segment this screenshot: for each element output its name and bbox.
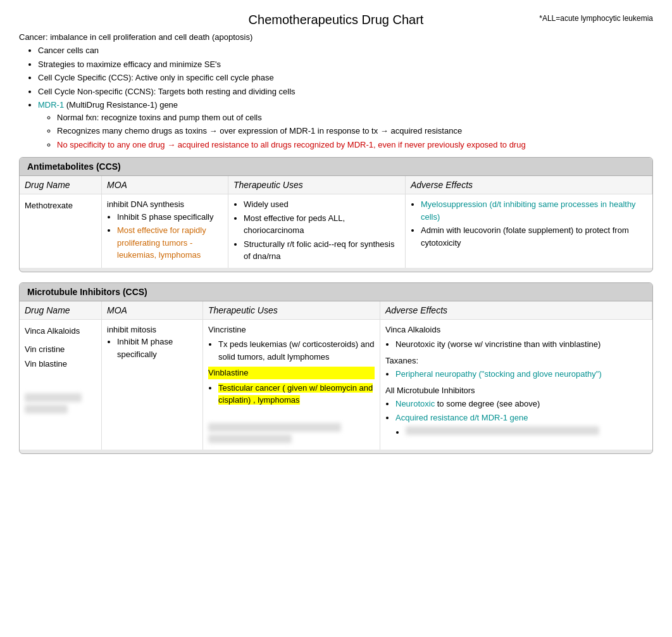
- adverse-sub4: [406, 426, 647, 439]
- adverse-all-neurotoxic: Neurotoxic to some degree (see above): [395, 398, 647, 410]
- sub-normal-fxn: Normal fxn: recognize toxins and pump th…: [57, 111, 653, 124]
- micro-col-moa-header: MOA: [102, 301, 203, 320]
- footnote: *ALL=acute lymphocytic leukemia: [539, 14, 653, 23]
- micro-col-drug-header: Drug Name: [20, 301, 102, 320]
- moa-methotrexate: inhibit DNA synthesis Inhibit S phase sp…: [102, 194, 228, 268]
- drug-name-methotrexate: Methotrexate: [20, 194, 102, 268]
- adverse-leucovorin: Admin with leucovorin (folate supplement…: [421, 224, 647, 249]
- therapeutic-peds-leukemia: Tx peds leukemias (w/ corticosteroids) a…: [218, 338, 375, 363]
- therapeutic-folic: Structurally r/t folic acid--req for syn…: [244, 238, 400, 263]
- cancer-line: Cancer: imbalance in cell proliferation …: [19, 32, 653, 42]
- adverse-myelosuppression: Myelosuppression (d/t inhibiting same pr…: [421, 198, 647, 223]
- col-therapeutic-header: Therapeutic Uses: [228, 176, 406, 194]
- therapeutic-widely: Widely used: [244, 198, 400, 211]
- therapeutic-peds: Most effective for peds ALL, choriocarci…: [244, 212, 400, 237]
- moa-s-phase: Inhibit S phase specifically: [117, 211, 223, 224]
- micro-col-adverse-header: Adverse Effects: [380, 301, 652, 320]
- drug-name-vinca: Vinca Alkaloids Vin cristine Vin blastin…: [20, 320, 102, 450]
- therapeutic-methotrexate: Widely used Most effective for peds ALL,…: [228, 194, 406, 268]
- antimetabolites-header: Antimetabolites (CCS): [20, 158, 652, 175]
- micro-col-therapeutic-header: Therapeutic Uses: [203, 301, 380, 320]
- moa-inhibit-m: Inhibit M phase specifically: [117, 336, 197, 360]
- microtubule-header: Microtubule Inhibitors (CCS): [20, 283, 652, 301]
- sub-no-specificity: No specificity to any one drug → acquire…: [57, 139, 653, 151]
- microtubule-section: Microtubule Inhibitors (CCS) Drug Name M…: [19, 282, 653, 454]
- microtubule-table: Drug Name MOA Therapeutic Uses Adverse E…: [20, 301, 652, 450]
- antimetabolites-section: Antimetabolites (CCS) Drug Name MOA Ther…: [19, 157, 653, 272]
- therapeutic-vinca: Vincristine Tx peds leukemias (w/ cortic…: [203, 320, 380, 450]
- intro-section: Cancer: imbalance in cell proliferation …: [19, 32, 653, 151]
- bullet-ccs: Cell Cycle Specific (CCS): Active only i…: [38, 72, 653, 84]
- adverse-peripheral-neuropathy: Peripheral neuropathy ("stocking and glo…: [395, 368, 647, 381]
- adverse-methotrexate: Myelosuppression (d/t inhibiting same pr…: [406, 194, 652, 268]
- bullet-mdr1: MDR-1 (MultiDrug Resistance-1) gene Norm…: [38, 99, 653, 151]
- col-moa-header: MOA: [102, 176, 228, 194]
- antimetabolites-table: Drug Name MOA Therapeutic Uses Adverse E…: [20, 175, 652, 268]
- col-adverse-header: Adverse Effects: [406, 176, 652, 194]
- adverse-neurotoxic: Neurotoxic ity (worse w/ vincristine tha…: [395, 338, 647, 351]
- adverse-vinca: Vinca Alkaloids Neurotoxic ity (worse w/…: [380, 320, 652, 450]
- sub-recognizes: Recognizes many chemo drugs as toxins → …: [57, 125, 653, 137]
- bullet-strategies: Strategies to maximize efficacy and mini…: [38, 58, 653, 71]
- therapeutic-testicular: Testicular cancer ( given w/ bleomycin a…: [218, 382, 375, 407]
- col-drug-header: Drug Name: [20, 176, 102, 194]
- bullet-ccns: Cell Cycle Non-specific (CCNS): Targets …: [38, 85, 653, 98]
- moa-most-effective: Most effective for rapidly proliferating…: [117, 224, 223, 262]
- moa-vinca: inhibit mitosis Inhibit M phase specific…: [102, 320, 203, 450]
- adverse-acquired-resistance: Acquired resistance d/t MDR-1 gene: [395, 412, 647, 439]
- bullet-cancer-cells: Cancer cells can: [38, 44, 653, 57]
